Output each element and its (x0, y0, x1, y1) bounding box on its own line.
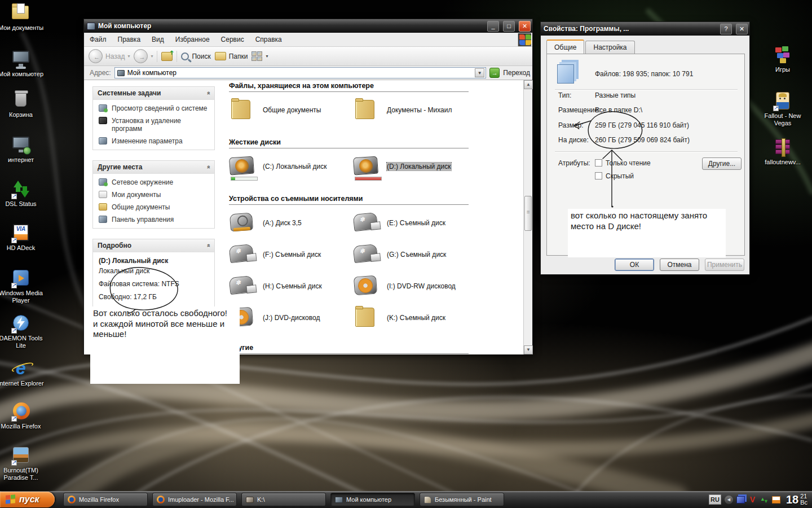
other-places-header[interactable]: Другие места» (93, 161, 214, 174)
network-icon (99, 178, 107, 186)
start-button[interactable]: пуск (0, 492, 55, 507)
desktop-icon-fallout-new-vegas[interactable]: Fallout - New Vegas (758, 91, 807, 127)
desktop-icon-recycle-bin[interactable]: Корзина (0, 90, 45, 119)
address-input[interactable]: Мой компьютер ▼ (114, 67, 487, 78)
menu-tools[interactable]: Сервис (221, 36, 244, 43)
annotation-note-used-space: вот сколько по настоящему занято место н… (568, 209, 726, 257)
drive-d-selected[interactable]: (D:) Локальный диск (353, 155, 451, 178)
tray-network-icon[interactable] (736, 496, 745, 503)
desktop-icon-burnout-paradise[interactable]: Burnout(TM) Paradise T... (0, 446, 45, 481)
tray-clock[interactable]: 18 21 Вс (786, 493, 807, 506)
system-tasks-header[interactable]: Системные задачи» (93, 87, 214, 100)
folder-icon (229, 98, 255, 122)
section-removable: Устройства со съемными носителями (229, 195, 469, 205)
other-attributes-button[interactable]: Другие... (702, 157, 742, 170)
details-header[interactable]: Подробно» (93, 239, 214, 252)
section-other: Другие (229, 344, 469, 354)
drive-e[interactable]: (E:) Съемный диск (353, 211, 445, 235)
cancel-button[interactable]: Отмена (660, 259, 699, 271)
change-setting-icon (99, 137, 107, 144)
folders-icon (215, 52, 226, 60)
dialog-close-button[interactable]: ✕ (736, 24, 748, 34)
desktop-icon-falloutnewv-archive[interactable]: falloutnewv... (758, 138, 807, 166)
drive-i[interactable]: (I:) DVD-RW дисковод (353, 274, 456, 298)
drive-k[interactable]: (K:) Съемный диск (353, 306, 445, 330)
hidden-label[interactable]: Скрытый (606, 172, 634, 180)
tray-antivirus-icon[interactable]: V (748, 496, 757, 503)
minimize-button[interactable]: _ (487, 21, 499, 32)
menu-file[interactable]: Файл (90, 36, 107, 43)
apply-button[interactable]: Применить (705, 259, 744, 271)
taskbar-item-firefox[interactable]: Mozilla Firefox (63, 493, 148, 506)
drive-f[interactable]: (F:) Съемный диск (229, 243, 321, 266)
menu-edit[interactable]: Правка (118, 36, 141, 43)
desktop-icon-internet[interactable]: интернет (0, 135, 45, 164)
file-list-area: Файлы, хранящиеся на этом компьютере Общ… (223, 80, 523, 354)
forward-button[interactable]: → ▾ (134, 49, 153, 63)
scroll-thumb[interactable] (524, 196, 532, 231)
folder-icon (353, 98, 379, 122)
collapse-chevron-icon: » (205, 165, 211, 169)
vertical-scrollbar[interactable]: ▲ ▼ (523, 80, 532, 354)
help-button[interactable]: ? (720, 24, 732, 34)
desktop-icon-windows-media-player[interactable]: Windows Media Player (0, 269, 45, 304)
folder-shared-documents[interactable]: Общие документы (229, 98, 321, 122)
language-indicator[interactable]: RU (709, 494, 721, 505)
task-change-setting[interactable]: Изменение параметра (99, 137, 210, 145)
up-button[interactable] (161, 52, 173, 61)
menu-favorites[interactable]: Избранное (175, 36, 210, 43)
drive-g[interactable]: (G:) Съемный диск (353, 243, 446, 266)
desktop-icon-dsl-status[interactable]: DSL Status (0, 179, 45, 208)
place-network[interactable]: Сетевое окружение (99, 178, 210, 186)
desktop-icon-games[interactable]: Игры (758, 45, 807, 73)
views-button[interactable]: ▾ (251, 51, 268, 62)
drive-j[interactable]: (J:) DVD-дисковод (229, 306, 320, 330)
desktop-icon-my-documents[interactable]: Мои документы (0, 3, 45, 32)
tray-dsl-status-icon[interactable] (760, 496, 769, 503)
desktop-icon-mozilla-firefox[interactable]: Mozilla Firefox (0, 402, 45, 430)
desktop-icon-hd-adeck[interactable]: VIA HD ADeck (0, 224, 45, 252)
place-control-panel[interactable]: Панель управления (99, 216, 210, 224)
readonly-checkbox[interactable] (595, 159, 602, 167)
drive-h[interactable]: (H:) Съемный диск (229, 274, 322, 298)
tray-collapse-chevron[interactable]: ◄ (725, 496, 733, 504)
task-add-remove-programs[interactable]: Установка и удаление программ (99, 117, 210, 133)
close-button[interactable]: ✕ (519, 21, 531, 32)
taskbar-item-paint[interactable]: Безымянный - Paint (420, 493, 504, 506)
taskbar-item-imuploader[interactable]: Imuploader - Mozilla F... (152, 493, 237, 506)
scroll-up-button[interactable]: ▲ (524, 80, 533, 89)
scroll-down-button[interactable]: ▼ (524, 345, 533, 354)
place-shared-documents[interactable]: Общие документы (99, 203, 210, 211)
desktop-icon-internet-explorer[interactable]: e Internet Explorer (0, 359, 45, 387)
taskbar-item-my-computer[interactable]: Мой компьютер (330, 493, 415, 506)
place-my-documents[interactable]: Мои документы (99, 191, 210, 199)
address-dropdown-button[interactable]: ▼ (475, 68, 484, 77)
search-button[interactable]: Поиск (181, 52, 210, 60)
tab-customize[interactable]: Настройка (585, 41, 634, 55)
readonly-label[interactable]: Только чтение (606, 159, 651, 167)
desktop-icon-daemon-tools[interactable]: DAEMON Tools Lite (0, 314, 45, 349)
tab-general[interactable]: Общие (546, 40, 584, 54)
taskbar-item-drive-k[interactable]: K:\ (241, 493, 326, 506)
drive-a[interactable]: (A:) Диск 3,5 (229, 211, 302, 235)
folder-documents-mikhail[interactable]: Документы - Михаил (353, 98, 452, 122)
hidden-checkbox[interactable] (595, 172, 602, 179)
folders-button[interactable]: Папки (215, 52, 248, 60)
desktop-icon-label: DSL Status (0, 200, 45, 208)
ok-button[interactable]: ОК (615, 259, 654, 271)
task-view-system-info[interactable]: Просмотр сведений о системе (99, 104, 210, 112)
menu-view[interactable]: Вид (152, 36, 164, 43)
row-location-value: Все в папке D:\ (595, 106, 642, 114)
explorer-titlebar[interactable]: Мой компьютер _ □ ✕ (84, 19, 532, 33)
back-button[interactable]: ← Назад▾ (89, 49, 130, 63)
disk-usage-bar (231, 177, 258, 181)
maximize-button[interactable]: □ (503, 21, 515, 32)
dvd-drive-icon (353, 274, 379, 298)
menu-help[interactable]: Справка (255, 36, 282, 43)
details-drive-name: (D:) Локальный диск (99, 257, 209, 265)
dialog-titlebar[interactable]: Свойства: Программы, ... ? ✕ (541, 22, 749, 36)
drive-c[interactable]: (C:) Локальный диск (229, 155, 327, 178)
tray-via-audio-icon[interactable] (772, 496, 780, 503)
desktop-icon-my-computer[interactable]: Мой компьютер (0, 50, 45, 78)
go-button[interactable]: → (489, 68, 500, 78)
